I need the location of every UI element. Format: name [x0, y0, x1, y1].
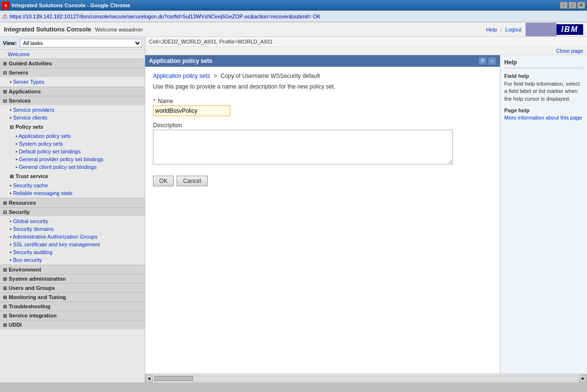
help-panel: Help Field help For field help informati…: [500, 55, 587, 374]
policy-sets-label: Policy sets: [15, 124, 43, 130]
sidebar-section-guided[interactable]: ⊞ Guided Activities: [0, 59, 145, 68]
plus-icon-resources: ⊞: [3, 200, 7, 206]
address-text[interactable]: https://10.139.142.182:10127/ibm/console…: [10, 14, 320, 19]
sidebar-section-resources[interactable]: ⊞ Resources: [0, 198, 145, 207]
scroll-left-btn[interactable]: ◄: [145, 375, 153, 382]
sidebar-item-general-provider-bindings[interactable]: General provider policy set bindings: [15, 155, 145, 163]
plus-icon-trouble: ⊞: [3, 304, 7, 309]
close-page-link[interactable]: Close page: [556, 48, 583, 54]
panel-header-icons: ? −: [479, 57, 496, 65]
minus-icon-services: ⊟: [3, 98, 7, 104]
sidebar-subsection-trust[interactable]: ⊞ Trust service: [0, 172, 145, 181]
guided-activities-label: Guided Activities: [9, 60, 52, 66]
sidebar-item-service-clients[interactable]: Service clients: [10, 114, 145, 121]
minimize-button[interactable]: −: [560, 2, 568, 9]
plus-icon-uddi: ⊞: [3, 322, 7, 328]
view-select[interactable]: All tasks: [20, 39, 142, 47]
minus-icon-servers: ⊟: [3, 70, 7, 75]
header-links: Help | Logout: [486, 27, 521, 32]
maximize-button[interactable]: □: [569, 2, 576, 9]
cancel-button[interactable]: Cancel: [177, 176, 207, 186]
sidebar-item-reliable-messaging[interactable]: Reliable messaging state: [10, 189, 145, 197]
sidebar-section-uddi[interactable]: ⊞ UDDI: [0, 320, 145, 329]
app-brand: Integrated Solutions Console: [4, 26, 91, 33]
header-right: Help | Logout IBM: [486, 23, 583, 36]
description-textarea[interactable]: [153, 130, 453, 165]
sidebar-section-troubleshooting[interactable]: ⊞ Troubleshooting: [0, 302, 145, 311]
sidebar-item-security-cache[interactable]: Security cache: [10, 181, 145, 189]
page-description: Use this page to provide a name and desc…: [153, 83, 492, 90]
sidebar-item-bus-security[interactable]: Bus security: [10, 256, 145, 264]
cell-profile-bar: Cell=JDED2_WORLD_A931, Profile=WORLD_A93…: [145, 37, 587, 47]
addressbar: ⚠ https://10.139.142.182:10127/ibm/conso…: [0, 11, 587, 22]
trust-service-label: Trust service: [15, 173, 48, 179]
sidebar-item-server-types[interactable]: Server Types: [10, 78, 145, 86]
more-info-link[interactable]: More information about this page: [504, 115, 582, 121]
sidebar-item-ssl-cert[interactable]: SSL certificate and key management: [10, 241, 145, 248]
plus-icon-sysadmin: ⊞: [3, 276, 7, 282]
sidebar-section-monitoring[interactable]: ⊞ Monitoring and Tuning: [0, 292, 145, 302]
panel-minimize-icon[interactable]: −: [488, 57, 496, 65]
sidebar-section-servers[interactable]: ⊟ Servers: [0, 68, 145, 77]
description-form-group: Description: [153, 122, 492, 166]
close-button[interactable]: ✕: [577, 2, 585, 9]
separator: |: [500, 27, 502, 32]
sidebar-section-security[interactable]: ⊟ Security: [0, 207, 145, 216]
sidebar-item-service-providers[interactable]: Service providers: [10, 106, 145, 114]
plus-icon-monitoring: ⊞: [3, 295, 7, 300]
monitoring-label: Monitoring and Tuning: [9, 294, 66, 300]
sidebar-item-general-client-bindings[interactable]: General client policy set bindings: [15, 163, 145, 171]
sidebar-item-system-policy-sets[interactable]: System policy sets: [15, 140, 145, 148]
name-input[interactable]: [153, 106, 230, 116]
sidebar-section-users[interactable]: ⊞ Users and Groups: [0, 283, 145, 292]
plus-icon: ⊞: [3, 61, 7, 66]
minus-icon-security: ⊟: [3, 210, 7, 215]
environment-label: Environment: [9, 267, 41, 272]
ok-button[interactable]: OK: [153, 176, 174, 186]
name-form-group: * Name: [153, 98, 492, 116]
sidebar-item-default-policy-bindings[interactable]: Default policy set bindings: [15, 148, 145, 155]
window-controls[interactable]: − □ ✕: [560, 2, 585, 9]
services-sub: Service providers Service clients: [0, 105, 145, 122]
panel-body: Application policy sets > Copy of Userna…: [145, 67, 500, 374]
sidebar: View: All tasks Welcome ⊞ Guided Activit…: [0, 37, 145, 382]
sidebar-subsection-policy-sets[interactable]: ⊟ Policy sets: [0, 122, 145, 131]
plus-icon-svcint: ⊞: [3, 313, 7, 318]
sidebar-section-environment[interactable]: ⊞ Environment: [0, 265, 145, 274]
sidebar-section-sysadmin[interactable]: ⊞ System administration: [0, 274, 145, 283]
help-link[interactable]: Help: [486, 27, 497, 32]
appheader: Integrated Solutions Console Welcome was…: [0, 22, 587, 37]
sidebar-section-applications[interactable]: ⊞ Applications: [0, 87, 145, 96]
page-breadcrumb: Application policy sets > Copy of Userna…: [153, 73, 492, 79]
sidebar-item-security-domains[interactable]: Security domains: [10, 225, 145, 233]
help-title: Help: [504, 59, 583, 68]
sidebar-section-service-integration[interactable]: ⊞ Service integration: [0, 311, 145, 320]
security-icon: ⚠: [2, 13, 8, 20]
panel-help-icon[interactable]: ?: [479, 57, 486, 65]
uddi-label: UDDI: [9, 322, 22, 328]
servers-label: Servers: [9, 70, 28, 75]
browser-icon: e: [2, 1, 10, 9]
sidebar-item-admin-auth-groups[interactable]: Administrative Authorization Groups: [10, 233, 145, 241]
header-dots: [526, 23, 557, 36]
cell-profile-text: Cell=JDED2_WORLD_A931, Profile=WORLD_A93…: [149, 39, 273, 45]
sidebar-item-app-policy-sets[interactable]: Application policy sets: [15, 132, 145, 140]
breadcrumb-link[interactable]: Application policy sets: [153, 73, 210, 79]
field-help-text: For field help information, select a fie…: [504, 80, 583, 103]
sidebar-item-global-security[interactable]: Global security: [10, 217, 145, 225]
sidebar-item-security-auditing[interactable]: Security auditing: [10, 248, 145, 256]
scroll-right-btn[interactable]: ►: [579, 375, 587, 382]
scroll-thumb[interactable]: [154, 376, 193, 381]
window-title: Integrated Solutions Console - Google Ch…: [12, 2, 560, 8]
sidebar-item-welcome[interactable]: Welcome: [0, 50, 145, 59]
plus-icon-apps: ⊞: [3, 89, 7, 94]
scroll-track[interactable]: [154, 376, 578, 381]
servers-sub: Server Types: [0, 77, 145, 87]
policy-sets-sub: Application policy sets System policy se…: [0, 131, 145, 172]
titlebar: e Integrated Solutions Console - Google …: [0, 0, 587, 11]
required-star: *: [153, 98, 155, 105]
sidebar-section-services[interactable]: ⊟ Services: [0, 96, 145, 105]
plus-icon-trust: ⊞: [10, 174, 14, 179]
logout-link[interactable]: Logout: [505, 27, 522, 32]
field-help-title: Field help: [504, 73, 583, 79]
